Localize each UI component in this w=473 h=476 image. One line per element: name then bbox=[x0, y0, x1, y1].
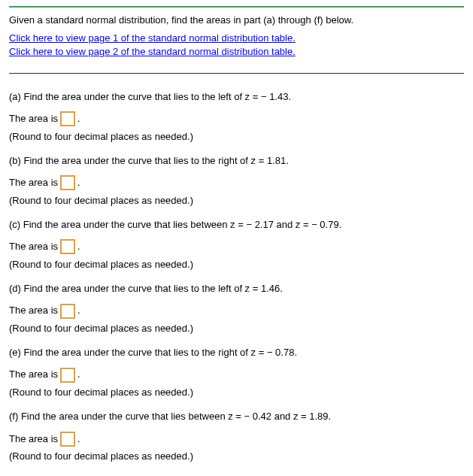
answer-row-a: The area is . bbox=[9, 111, 464, 127]
answer-prefix: The area is bbox=[9, 367, 58, 383]
answer-row-c: The area is . bbox=[9, 239, 464, 255]
intro-text: Given a standard normal distribution, fi… bbox=[9, 14, 464, 27]
answer-prefix: The area is bbox=[9, 175, 58, 191]
link-table-page-1[interactable]: Click here to view page 1 of the standar… bbox=[9, 32, 464, 45]
part-f: (f) Find the area under the curve that l… bbox=[9, 410, 464, 463]
answer-input-b[interactable] bbox=[60, 175, 75, 190]
answer-suffix: . bbox=[77, 111, 80, 127]
answer-input-c[interactable] bbox=[60, 239, 75, 254]
answer-prefix: The area is bbox=[9, 432, 58, 447]
answer-row-e: The area is . bbox=[9, 367, 464, 383]
answer-row-d: The area is . bbox=[9, 303, 464, 319]
hint-e: (Round to four decimal places as needed.… bbox=[9, 386, 464, 399]
hint-f: (Round to four decimal places as needed.… bbox=[9, 450, 464, 463]
part-a: (a) Find the area under the curve that l… bbox=[9, 90, 464, 144]
divider bbox=[9, 73, 464, 74]
question-f: (f) Find the area under the curve that l… bbox=[9, 410, 464, 423]
question-c: (c) Find the area under the curve that l… bbox=[9, 218, 464, 232]
link-table-page-2[interactable]: Click here to view page 2 of the standar… bbox=[9, 45, 464, 59]
answer-suffix: . bbox=[77, 303, 80, 319]
answer-input-e[interactable] bbox=[60, 368, 75, 383]
answer-prefix: The area is bbox=[9, 303, 58, 319]
answer-suffix: . bbox=[77, 432, 80, 447]
hint-b: (Round to four decimal places as needed.… bbox=[9, 194, 464, 208]
answer-input-f[interactable] bbox=[60, 432, 75, 447]
question-e: (e) Find the area under the curve that l… bbox=[9, 346, 464, 359]
top-border bbox=[9, 6, 464, 8]
hint-d: (Round to four decimal places as needed.… bbox=[9, 322, 464, 335]
part-e: (e) Find the area under the curve that l… bbox=[9, 346, 464, 399]
answer-prefix: The area is bbox=[9, 239, 58, 255]
part-d: (d) Find the area under the curve that l… bbox=[9, 282, 464, 335]
question-b: (b) Find the area under the curve that l… bbox=[9, 154, 464, 168]
answer-suffix: . bbox=[77, 367, 80, 383]
answer-row-f: The area is . bbox=[9, 432, 464, 447]
answer-input-d[interactable] bbox=[60, 304, 75, 319]
answer-prefix: The area is bbox=[9, 111, 58, 127]
hint-c: (Round to four decimal places as needed.… bbox=[9, 258, 464, 271]
part-b: (b) Find the area under the curve that l… bbox=[9, 154, 464, 208]
answer-suffix: . bbox=[77, 239, 80, 255]
question-d: (d) Find the area under the curve that l… bbox=[9, 282, 464, 296]
answer-input-a[interactable] bbox=[60, 111, 75, 126]
answer-suffix: . bbox=[77, 175, 80, 191]
answer-row-b: The area is . bbox=[9, 175, 464, 191]
hint-a: (Round to four decimal places as needed.… bbox=[9, 130, 464, 144]
question-a: (a) Find the area under the curve that l… bbox=[9, 90, 464, 104]
part-c: (c) Find the area under the curve that l… bbox=[9, 218, 464, 271]
